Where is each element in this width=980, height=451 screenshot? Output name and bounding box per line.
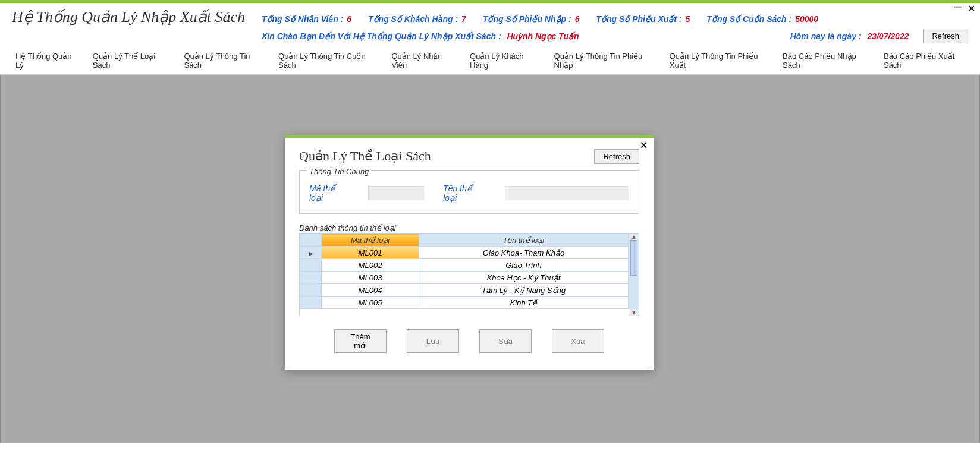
today-label: Hôm nay là ngày : bbox=[790, 31, 862, 41]
menu-he-thong[interactable]: Hệ Thống Quản Lý bbox=[12, 51, 78, 71]
row-header[interactable] bbox=[300, 272, 322, 284]
table-row[interactable]: ML001Giáo Khoa- Tham Khảo bbox=[300, 247, 629, 259]
minimize-icon[interactable]: — bbox=[954, 2, 962, 11]
menu-phieu-nhap[interactable]: Quản Lý Thông Tin Phiếu Nhập bbox=[551, 51, 655, 71]
fieldset-legend: Thông Tin Chung bbox=[307, 167, 371, 176]
stat-value: 6 bbox=[347, 14, 351, 24]
stat-nhanvien: Tổng Số Nhân Viên :6 bbox=[262, 14, 351, 24]
menu-khach-hang[interactable]: Quản Lý Khách Hàng bbox=[466, 51, 540, 71]
fieldset-thong-tin-chung: Thông Tin Chung Mã thể loại Tên thể loại bbox=[299, 170, 639, 214]
close-icon[interactable]: ✕ bbox=[968, 4, 975, 13]
mdi-workspace: ✕ Quản Lý Thể Loại Sách Refresh Thông Ti… bbox=[0, 75, 980, 443]
grid-scrollbar[interactable]: ▲ ▼ bbox=[629, 234, 639, 316]
btn-luu[interactable]: Lưu bbox=[407, 329, 459, 353]
welcome-label: Xin Chào Bạn Đến Với Hệ Thống Quản Lý Nh… bbox=[262, 31, 501, 41]
menu-bao-cao-nhap[interactable]: Báo Cáo Phiếu Nhập Sách bbox=[779, 51, 869, 71]
dialog-refresh-button[interactable]: Refresh bbox=[594, 149, 639, 164]
input-ten-the-loai[interactable] bbox=[505, 186, 629, 200]
stat-value: 5 bbox=[686, 14, 690, 24]
cell-ma[interactable]: ML002 bbox=[322, 259, 419, 272]
cell-ten[interactable]: Giáo Khoa- Tham Khảo bbox=[419, 247, 628, 259]
data-grid[interactable]: Mã thể loại Tên thể loại ML001Giáo Khoa-… bbox=[299, 233, 639, 316]
stat-phieunhap: Tổng Số Phiếu Nhập :6 bbox=[483, 14, 580, 24]
refresh-button[interactable]: Refresh bbox=[923, 29, 968, 43]
stat-khachhang: Tổng Số Khách Hàng :7 bbox=[368, 14, 466, 24]
menubar: Hệ Thống Quản Lý Quản Lý Thể Loại Sách Q… bbox=[0, 47, 980, 75]
subheader: Xin Chào Bạn Đến Với Hệ Thống Quản Lý Nh… bbox=[0, 29, 980, 47]
dialog-the-loai: ✕ Quản Lý Thể Loại Sách Refresh Thông Ti… bbox=[285, 135, 654, 370]
table-row[interactable]: ML002Giáo Trình bbox=[300, 259, 629, 272]
today-text: Hôm nay là ngày : 23/07/2022 bbox=[790, 31, 909, 41]
stat-label: Tổng Số Khách Hàng : bbox=[368, 14, 458, 24]
label-ten-the-loai: Tên thể loại bbox=[443, 184, 487, 203]
fieldset-legend-2: Danh sách thông tin thể loại bbox=[297, 223, 398, 232]
col-header-ten[interactable]: Tên thể loại bbox=[419, 234, 628, 247]
cell-ten[interactable]: Kinh Tế bbox=[419, 297, 628, 309]
window-controls: — ✕ bbox=[954, 4, 975, 13]
stat-value: 7 bbox=[461, 14, 466, 24]
stat-phieuxuat: Tổng Số Phiếu Xuất :5 bbox=[596, 14, 690, 24]
scroll-up-icon[interactable]: ▲ bbox=[631, 234, 637, 240]
label-ma-the-loai: Mã thể loại bbox=[309, 184, 350, 203]
menu-thong-tin-sach[interactable]: Quản Lý Thông Tin Sách bbox=[180, 51, 264, 71]
dialog-close-icon[interactable]: ✕ bbox=[640, 140, 648, 151]
scroll-down-icon[interactable]: ▼ bbox=[631, 309, 637, 316]
cell-ma[interactable]: ML001 bbox=[322, 247, 419, 259]
stat-label: Tổng Số Phiếu Xuất : bbox=[596, 14, 681, 24]
stat-value: 6 bbox=[575, 14, 580, 24]
menu-cuon-sach[interactable]: Quản Lý Thông Tin Cuốn Sách bbox=[275, 51, 377, 71]
header: Hệ Thống Quản Lý Nhập Xuất Sách Tổng Số … bbox=[0, 3, 980, 29]
cell-ten[interactable]: Khoa Học - Kỹ Thuật bbox=[419, 272, 628, 284]
fieldset-danh-sach: Danh sách thông tin thể loại Mã thể loại… bbox=[299, 222, 639, 316]
scroll-thumb[interactable] bbox=[630, 240, 637, 276]
cell-ma[interactable]: ML003 bbox=[322, 272, 419, 284]
row-header[interactable] bbox=[300, 284, 322, 297]
btn-them-moi[interactable]: Thêm mới bbox=[334, 329, 387, 353]
welcome-user: Huỳnh Ngọc Tuấn bbox=[507, 31, 579, 41]
action-row: Thêm mới Lưu Sửa Xóa bbox=[299, 329, 639, 353]
stat-cuonsach: Tổng Số Cuốn Sách :50000 bbox=[706, 14, 818, 24]
cell-ma[interactable]: ML005 bbox=[322, 297, 419, 309]
menu-nhan-vien[interactable]: Quản Lý Nhân Viên bbox=[388, 51, 456, 71]
stat-value: 50000 bbox=[795, 14, 818, 24]
input-ma-the-loai[interactable] bbox=[368, 186, 425, 200]
col-header-ma[interactable]: Mã thể loại bbox=[322, 234, 419, 247]
cell-ten[interactable]: Tâm Lý - Kỹ Năng Sống bbox=[419, 284, 628, 297]
row-header[interactable] bbox=[300, 259, 322, 272]
cell-ten[interactable]: Giáo Trình bbox=[419, 259, 628, 272]
stat-label: Tổng Số Nhân Viên : bbox=[262, 14, 343, 24]
row-header[interactable] bbox=[300, 247, 322, 259]
menu-phieu-xuat[interactable]: Quản Lý Thông Tin Phiếu Xuất bbox=[666, 51, 768, 71]
row-header[interactable] bbox=[300, 297, 322, 309]
cell-ma[interactable]: ML004 bbox=[322, 284, 419, 297]
table-row[interactable]: ML005Kinh Tế bbox=[300, 297, 629, 309]
table-row[interactable]: ML004Tâm Lý - Kỹ Năng Sống bbox=[300, 284, 629, 297]
stat-label: Tổng Số Phiếu Nhập : bbox=[483, 14, 571, 24]
stat-label: Tổng Số Cuốn Sách : bbox=[706, 14, 791, 24]
btn-xoa[interactable]: Xóa bbox=[552, 329, 604, 353]
menu-the-loai[interactable]: Quản Lý Thể Loại Sách bbox=[89, 51, 170, 71]
dialog-title: Quản Lý Thể Loại Sách bbox=[299, 149, 431, 164]
app-title: Hệ Thống Quản Lý Nhập Xuất Sách bbox=[12, 8, 245, 26]
menu-bao-cao-xuat[interactable]: Báo Cáo Phiếu Xuất Sách bbox=[880, 51, 968, 71]
welcome-text: Xin Chào Bạn Đến Với Hệ Thống Quản Lý Nh… bbox=[262, 31, 579, 41]
btn-sua[interactable]: Sửa bbox=[479, 329, 532, 353]
scroll-track[interactable] bbox=[629, 240, 639, 309]
grid-corner[interactable] bbox=[300, 234, 322, 247]
table-row[interactable]: ML003Khoa Học - Kỹ Thuật bbox=[300, 272, 629, 284]
today-date: 23/07/2022 bbox=[867, 31, 909, 41]
